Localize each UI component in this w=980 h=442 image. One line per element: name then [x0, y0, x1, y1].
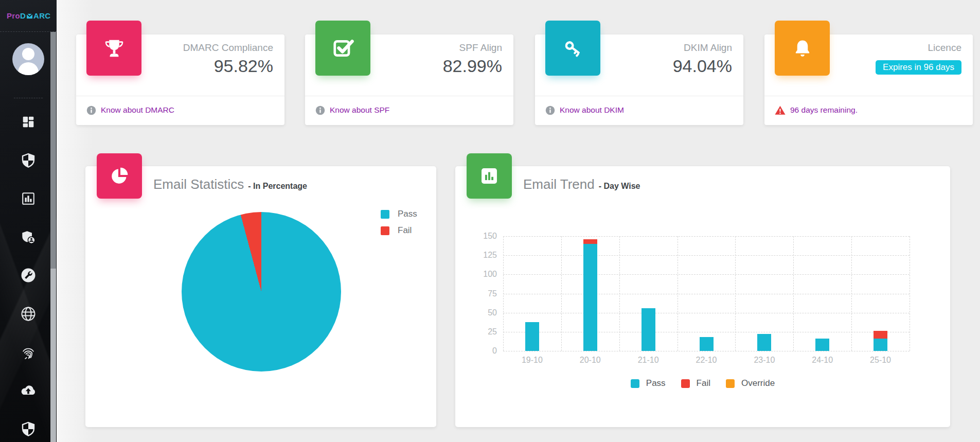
stat-card-footer-text: Know about DKIM: [560, 105, 624, 115]
stat-card-label: SPF Align: [459, 42, 502, 54]
x-tick-label: 25-10: [851, 356, 910, 365]
fingerprint-icon: [21, 345, 36, 362]
email-statistics-title-text: Email Statistics: [153, 176, 244, 192]
avatar-shoulders: [18, 62, 39, 75]
x-tick-label: 21-10: [619, 356, 678, 365]
bar-plot: 025507510012515019-1020-1021-1022-1023-1…: [503, 236, 910, 351]
sidebar-scrollbar-thumb[interactable]: [50, 32, 56, 269]
user-avatar[interactable]: [12, 43, 44, 75]
bar-22-10-pass: [700, 337, 714, 351]
email-trend-title: Email Trend- Day Wise: [523, 176, 640, 192]
bar-20-10-pass: [583, 244, 597, 351]
stat-card-footer-text: 96 days remaining.: [790, 105, 858, 115]
logo-arc-text: ARC: [33, 11, 50, 20]
bar-legend-item-pass[interactable]: Pass: [631, 378, 666, 388]
stat-card-footer-text: Know about SPF: [330, 105, 389, 115]
logo-m-icon: [26, 13, 33, 19]
sidebar-item-user-shield[interactable]: [17, 227, 40, 250]
licence-expiry-badge: Expires in 96 days: [876, 60, 961, 75]
y-tick-label: 125: [471, 250, 497, 260]
gridline-horizontal: [503, 274, 910, 275]
gridline-horizontal: [503, 236, 910, 237]
sidebar-item-globe[interactable]: [17, 304, 40, 326]
email-trend-subtitle: - Day Wise: [599, 182, 640, 190]
y-tick-label: 100: [471, 269, 497, 279]
gridline-horizontal: [503, 313, 910, 313]
stat-card-footer-link[interactable]: Know about DMARC: [86, 103, 174, 117]
pie-legend-item-pass[interactable]: Pass: [381, 209, 417, 219]
bar-24-10-pass: [815, 339, 829, 351]
bar-chart-mini-icon: [467, 153, 512, 199]
legend-swatch: [381, 226, 389, 235]
x-tick-label: 24-10: [793, 356, 851, 365]
sidebar: ProDARC: [0, 0, 57, 442]
checkbox-icon: [315, 21, 370, 76]
dashboard-grid-icon: [21, 114, 36, 132]
bar-legend-item-override[interactable]: Override: [726, 378, 775, 388]
info-icon: [545, 105, 555, 115]
avatar-head: [22, 48, 34, 60]
gridline-horizontal: [503, 255, 910, 256]
y-tick-label: 50: [471, 308, 497, 318]
legend-swatch: [726, 379, 735, 388]
legend-swatch: [381, 210, 389, 219]
email-trend-title-text: Email Trend: [523, 176, 595, 192]
stat-card-spf-align: SPF Align82.99%Know about SPF: [305, 34, 513, 125]
sidebar-divider: [14, 98, 43, 98]
pie-legend-item-fail[interactable]: Fail: [381, 225, 417, 236]
pie-chart: [182, 212, 341, 372]
logo-d-text: D: [20, 11, 26, 20]
gridline-vertical: [561, 236, 562, 351]
sidebar-item-shield[interactable]: [17, 150, 40, 173]
sidebar-item-dashboard-grid[interactable]: [17, 112, 40, 134]
x-tick-label: 23-10: [735, 356, 793, 365]
bell-icon: [775, 21, 830, 76]
stat-card-divider: [305, 96, 513, 96]
gridline-vertical: [910, 236, 910, 351]
bar-legend-item-fail[interactable]: Fail: [681, 378, 710, 388]
stat-card-footer-link[interactable]: Know about DKIM: [545, 103, 624, 117]
legend-label: Pass: [398, 209, 417, 219]
stat-card-value: 95.82%: [214, 56, 273, 76]
legend-swatch: [681, 379, 690, 388]
stat-card-label: DMARC Compliance: [183, 42, 273, 54]
sidebar-item-wrench[interactable]: [17, 265, 40, 288]
user-shield-icon: [21, 229, 36, 247]
stat-card-footer-text: Know about DMARC: [101, 105, 174, 115]
stat-card-footer-link[interactable]: Know about SPF: [315, 103, 389, 117]
bar-20-10-fail: [583, 239, 597, 244]
globe-icon: [20, 306, 37, 324]
sidebar-item-fingerprint[interactable]: [17, 342, 40, 365]
email-statistics-card: Email Statistics- In Percentage PassFail: [85, 166, 436, 427]
sidebar-item-shield-check[interactable]: [17, 419, 40, 441]
gridline-vertical: [735, 236, 736, 351]
info-icon: [86, 105, 96, 115]
wrench-icon: [20, 267, 37, 286]
email-trend-card: Email Trend- Day Wise 025507510012515019…: [455, 166, 950, 427]
bar-legend: PassFailOverride: [455, 378, 950, 388]
pie-legend: PassFail: [381, 209, 417, 236]
stat-card-dmarc-compliance: DMARC Compliance95.82%Know about DMARC: [76, 34, 284, 125]
gridline-horizontal: [503, 332, 910, 332]
gridline-horizontal: [503, 351, 910, 351]
gridline-vertical: [678, 236, 678, 351]
stat-card-licence: LicenceExpires in 96 days96 days remaini…: [764, 34, 973, 125]
gridline-vertical: [503, 236, 504, 351]
trophy-icon: [86, 21, 141, 76]
bar-23-10-pass: [757, 334, 771, 351]
app-logo[interactable]: ProDARC: [0, 0, 57, 32]
sidebar-item-bar-chart[interactable]: [17, 188, 40, 211]
logo-pro-text: Pro: [7, 11, 20, 20]
legend-label: Override: [741, 378, 775, 388]
dashboard-root: DMARC Compliance95.82%Know about DMARCSP…: [0, 0, 980, 442]
sidebar-item-cloud-upload[interactable]: [17, 380, 40, 403]
y-tick-label: 0: [471, 346, 497, 356]
x-tick-label: 22-10: [678, 356, 736, 365]
email-statistics-title: Email Statistics- In Percentage: [153, 176, 307, 192]
stat-card-value: 94.04%: [673, 56, 732, 76]
stat-card-divider: [764, 96, 973, 96]
shield-icon: [20, 152, 37, 171]
stat-card-footer-link[interactable]: 96 days remaining.: [775, 103, 858, 117]
bar-chart-icon: [21, 191, 36, 208]
info-icon: [315, 105, 325, 115]
